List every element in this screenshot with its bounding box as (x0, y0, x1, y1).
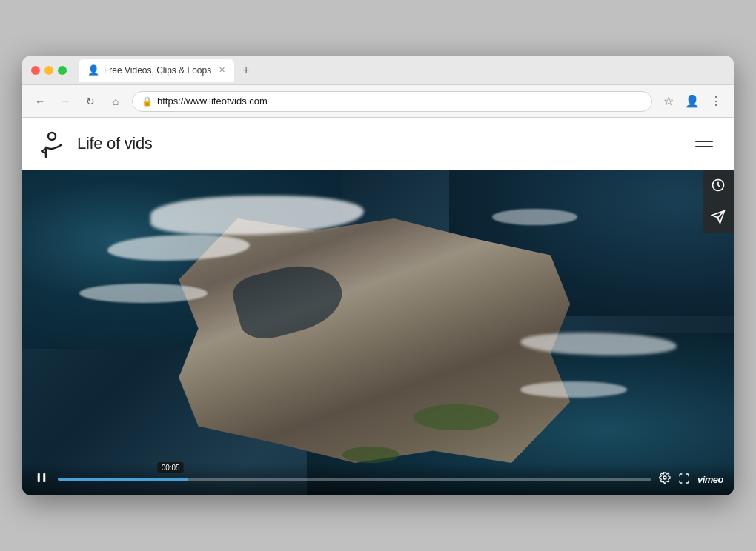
hamburger-line-1 (695, 141, 713, 142)
foam-4 (520, 333, 677, 355)
back-button[interactable]: ← (31, 93, 49, 110)
history-button[interactable] (703, 170, 734, 201)
tab-close-button[interactable]: ✕ (219, 65, 225, 75)
logo-icon (40, 129, 70, 158)
hamburger-menu-button[interactable] (695, 136, 716, 151)
minimize-window-button[interactable] (44, 66, 53, 75)
tab-bar: 👤 Free Videos, Clips & Loops ✕ + (79, 59, 725, 82)
account-icon[interactable]: 👤 (683, 93, 701, 110)
toolbar-actions: ☆ 👤 ⋮ (660, 93, 725, 110)
video-controls: 00:05 vimeo (22, 463, 734, 495)
current-time-label: 00:05 (162, 464, 180, 472)
pause-button[interactable] (33, 471, 50, 488)
tab-favicon: 👤 (87, 64, 99, 76)
foam-overlay (22, 170, 734, 495)
svg-rect-6 (43, 473, 45, 482)
page-content: Life of vids (22, 118, 734, 495)
vimeo-logo: vimeo (697, 474, 723, 485)
time-tooltip: 00:05 (158, 462, 184, 473)
url-bar[interactable]: 🔒 https://www.lifeofvids.com (132, 91, 652, 112)
active-tab[interactable]: 👤 Free Videos, Clips & Loops ✕ (79, 59, 234, 82)
share-button[interactable] (703, 201, 734, 233)
new-tab-button[interactable]: + (237, 61, 255, 79)
site-header: Life of vids (22, 118, 734, 170)
bookmark-icon[interactable]: ☆ (660, 93, 677, 110)
traffic-lights (31, 66, 67, 75)
video-container: 00:05 vimeo (22, 170, 734, 495)
title-bar: 👤 Free Videos, Clips & Loops ✕ + (22, 56, 734, 85)
forward-button[interactable]: → (56, 93, 74, 110)
site-name: Life of vids (77, 134, 153, 153)
close-window-button[interactable] (31, 66, 40, 75)
svg-rect-5 (38, 473, 40, 482)
foam-1 (150, 196, 364, 235)
site-logo: Life of vids (40, 129, 153, 158)
url-text: https://www.lifeofvids.com (157, 96, 268, 107)
reload-button[interactable]: ↻ (82, 93, 99, 110)
progress-bar[interactable]: 00:05 (58, 478, 651, 481)
more-options-icon[interactable]: ⋮ (707, 93, 725, 110)
security-lock-icon: 🔒 (142, 96, 153, 107)
side-panel (703, 170, 734, 233)
maximize-window-button[interactable] (58, 66, 67, 75)
progress-filled (58, 478, 188, 481)
controls-right: vimeo (659, 472, 723, 487)
tab-title: Free Videos, Clips & Loops (104, 65, 211, 76)
browser-window: 👤 Free Videos, Clips & Loops ✕ + ← → ↻ ⌂… (22, 56, 734, 495)
foam-2 (107, 235, 250, 261)
foam-6 (492, 209, 577, 225)
svg-point-0 (48, 133, 56, 140)
home-button[interactable]: ⌂ (107, 93, 125, 110)
foam-3 (79, 284, 208, 303)
svg-point-7 (663, 476, 666, 479)
fullscreen-icon[interactable] (678, 472, 690, 487)
settings-icon[interactable] (659, 472, 671, 487)
foam-5 (520, 381, 627, 398)
video-scene (22, 170, 734, 495)
address-bar: ← → ↻ ⌂ 🔒 https://www.lifeofvids.com ☆ 👤… (22, 85, 734, 118)
hamburger-line-2 (695, 146, 713, 147)
